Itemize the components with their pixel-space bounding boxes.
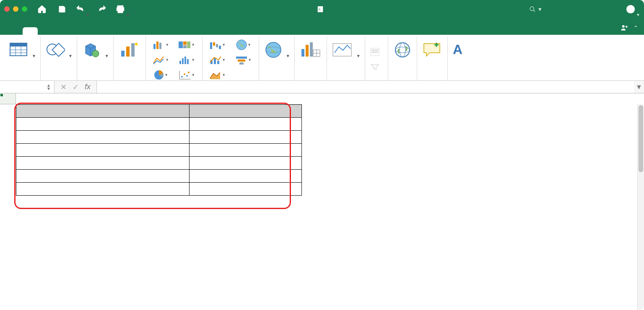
group-recommended-charts[interactable] bbox=[114, 36, 146, 80]
group-charts-2: ▼ ▼ ▼ ▼ ▼ bbox=[203, 36, 259, 80]
table-row[interactable] bbox=[16, 157, 302, 170]
document-title: X bbox=[317, 5, 327, 13]
svg-point-8 bbox=[627, 5, 634, 13]
recommended-charts-icon bbox=[119, 41, 140, 59]
print-icon[interactable]: ▼ bbox=[115, 3, 130, 16]
tab-formulas[interactable] bbox=[68, 27, 83, 35]
tab-page-layout[interactable] bbox=[53, 27, 68, 35]
search-input[interactable] bbox=[544, 5, 620, 13]
close-window-button[interactable] bbox=[4, 6, 10, 12]
combo-chart-button[interactable]: ▼ bbox=[208, 54, 227, 66]
svg-point-66 bbox=[395, 43, 410, 57]
svg-rect-50 bbox=[217, 61, 219, 64]
accept-formula-icon[interactable]: ✓ bbox=[73, 83, 79, 92]
table-row[interactable] bbox=[16, 170, 302, 183]
redo-icon[interactable] bbox=[95, 3, 109, 16]
map-chart-button[interactable]: ▼ bbox=[234, 39, 253, 51]
fill-handle[interactable] bbox=[0, 93, 3, 97]
fx-icon[interactable]: fx bbox=[85, 83, 91, 91]
slicer-icon bbox=[370, 48, 379, 56]
svg-rect-51 bbox=[236, 57, 247, 59]
tab-review[interactable] bbox=[98, 27, 113, 35]
svg-rect-26 bbox=[156, 41, 158, 49]
svg-rect-0 bbox=[60, 6, 63, 8]
svg-rect-31 bbox=[187, 41, 190, 48]
table-header-name[interactable] bbox=[16, 105, 190, 118]
svg-rect-35 bbox=[187, 59, 189, 64]
scrollbar-thumb[interactable] bbox=[639, 105, 643, 172]
vertical-scrollbar[interactable] bbox=[637, 104, 644, 310]
surface-chart-button[interactable]: ▼ bbox=[208, 69, 227, 81]
svg-rect-64 bbox=[371, 49, 378, 51]
group-link[interactable] bbox=[388, 36, 417, 80]
home-icon[interactable] bbox=[35, 3, 49, 16]
name-box[interactable]: ▲▼ bbox=[0, 81, 55, 93]
tab-view[interactable] bbox=[113, 27, 128, 35]
name-box-stepper[interactable]: ▲▼ bbox=[47, 84, 51, 90]
window-controls bbox=[4, 6, 27, 12]
group-comment[interactable] bbox=[417, 36, 448, 80]
timeline-button bbox=[370, 62, 383, 70]
cancel-formula-icon[interactable]: ✕ bbox=[60, 83, 67, 92]
svg-rect-65 bbox=[371, 52, 378, 53]
tab-draw[interactable] bbox=[38, 27, 53, 35]
formula-input[interactable] bbox=[96, 81, 634, 93]
column-chart-button[interactable]: ▼ bbox=[152, 39, 170, 51]
svg-point-39 bbox=[181, 76, 183, 78]
group-addins[interactable]: ▼ bbox=[77, 36, 114, 80]
svg-rect-52 bbox=[238, 59, 245, 62]
svg-point-11 bbox=[622, 25, 625, 28]
hierarchy-chart-button[interactable]: ▼ bbox=[178, 39, 196, 51]
svg-rect-21 bbox=[121, 51, 125, 57]
tab-data[interactable] bbox=[83, 27, 98, 35]
svg-rect-33 bbox=[182, 58, 184, 64]
title-bar: ▼ ▼ X ▾ ▼ bbox=[0, 0, 644, 18]
svg-rect-13 bbox=[10, 43, 27, 46]
group-tables[interactable]: ▼ bbox=[4, 36, 41, 80]
svg-rect-34 bbox=[184, 57, 186, 64]
minimize-window-button[interactable] bbox=[13, 6, 18, 12]
sheet-search[interactable]: ▾ bbox=[529, 5, 621, 13]
group-filters bbox=[365, 36, 388, 80]
group-pivot-chart[interactable] bbox=[295, 36, 327, 80]
svg-point-24 bbox=[135, 43, 138, 45]
table-row[interactable] bbox=[16, 131, 302, 144]
waterfall-chart-button[interactable]: ▼ bbox=[208, 39, 227, 51]
share-button[interactable]: ⌃ bbox=[620, 24, 638, 35]
pie-chart-button[interactable]: ▼ bbox=[152, 69, 170, 81]
tab-insert[interactable] bbox=[23, 27, 38, 35]
formula-bar: ▲▼ ✕ ✓ fx ▼ bbox=[0, 81, 644, 93]
table-header-qty[interactable] bbox=[190, 105, 302, 118]
svg-point-54 bbox=[266, 42, 281, 57]
spreadsheet bbox=[0, 93, 644, 310]
group-text[interactable]: A bbox=[448, 36, 470, 80]
save-icon[interactable] bbox=[55, 3, 69, 16]
table-row[interactable] bbox=[16, 183, 302, 196]
svg-rect-44 bbox=[213, 42, 215, 46]
scatter-chart-button[interactable]: ▼ bbox=[178, 69, 196, 81]
comment-icon bbox=[422, 41, 442, 59]
smile-feedback-icon[interactable]: ▼ bbox=[626, 3, 640, 16]
undo-icon[interactable]: ▼ bbox=[75, 3, 89, 16]
group-sparklines[interactable]: ▼ bbox=[327, 36, 365, 80]
slicer-button bbox=[370, 48, 383, 56]
ribbon-tabs: ⌃ bbox=[0, 18, 644, 35]
funnel-chart-button[interactable]: ▼ bbox=[234, 54, 253, 66]
line-chart-button[interactable]: ▼ bbox=[152, 54, 170, 66]
data-table[interactable] bbox=[16, 104, 302, 196]
formula-bar-expand[interactable]: ▼ bbox=[634, 83, 644, 91]
svg-rect-56 bbox=[301, 49, 304, 57]
svg-point-10 bbox=[631, 8, 632, 8]
svg-point-68 bbox=[400, 43, 405, 57]
timeline-icon bbox=[370, 62, 379, 70]
statistic-chart-button[interactable]: ▼ bbox=[178, 54, 196, 66]
svg-point-67 bbox=[395, 47, 410, 53]
maximize-window-button[interactable] bbox=[22, 6, 27, 12]
link-icon bbox=[393, 41, 412, 58]
group-illustrations[interactable]: ▼ bbox=[41, 36, 77, 80]
group-maps[interactable]: ▼ bbox=[259, 36, 295, 80]
sparkline-icon bbox=[332, 41, 353, 59]
table-row[interactable] bbox=[16, 144, 302, 157]
table-row[interactable] bbox=[16, 118, 302, 131]
tab-home[interactable] bbox=[8, 27, 23, 35]
